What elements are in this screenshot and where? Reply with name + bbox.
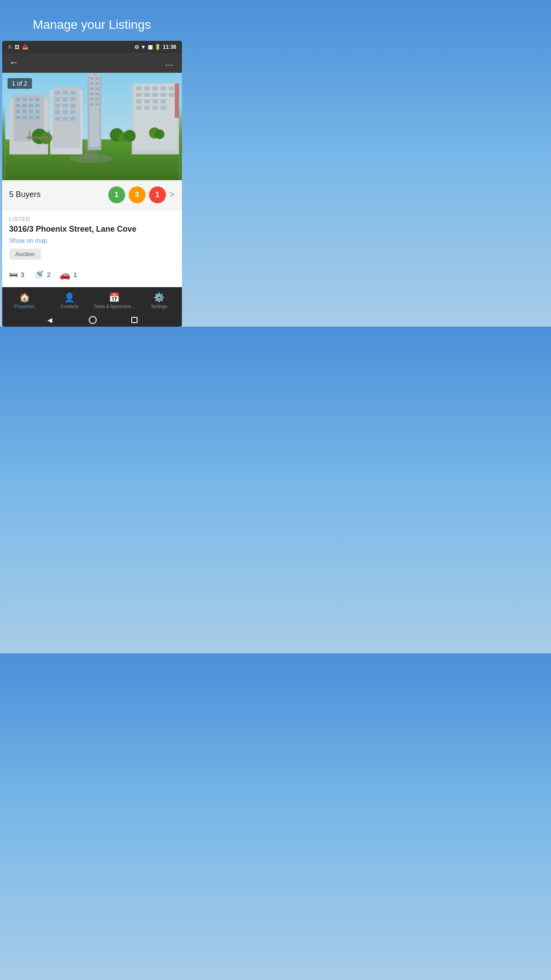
listed-status: LISTED — [9, 216, 175, 222]
parking-count: 1 — [73, 271, 77, 278]
status-left: ⚠ 🖼 📥 — [8, 44, 28, 50]
svg-rect-83 — [28, 130, 30, 139]
svg-rect-51 — [90, 103, 94, 105]
bed-icon: 🛏 — [9, 269, 18, 280]
page-title: Manage your Listings — [33, 18, 151, 32]
nav-item-properties[interactable]: 🏠 Properties — [2, 292, 47, 309]
svg-point-81 — [155, 129, 164, 138]
svg-rect-42 — [95, 77, 98, 79]
svg-rect-64 — [160, 93, 166, 97]
svg-rect-48 — [95, 92, 98, 95]
svg-rect-47 — [90, 92, 94, 95]
svg-rect-50 — [95, 98, 98, 100]
recents-button-android[interactable] — [131, 317, 138, 323]
phone-frame: ⚠ 🖼 📥 ⊝ ▼ ▩ 🔋 11:36 ← … — [2, 41, 182, 327]
svg-rect-18 — [16, 115, 20, 119]
svg-rect-10 — [16, 103, 20, 107]
svg-rect-41 — [90, 77, 94, 79]
nav-label-contacts: Contacts — [61, 304, 78, 309]
nav-item-settings[interactable]: ⚙️ Settings — [137, 292, 181, 309]
bath-icon: 🚿 — [33, 269, 44, 280]
badge-red: 1 — [149, 186, 166, 203]
svg-rect-71 — [144, 106, 150, 110]
svg-rect-63 — [152, 93, 158, 97]
buyers-badges[interactable]: 1 3 1 > — [108, 186, 175, 203]
nav-label-tasks: Tasks & Appointme... — [94, 304, 135, 309]
svg-rect-8 — [28, 98, 33, 101]
back-button-android[interactable]: ◀ — [46, 316, 54, 324]
svg-rect-33 — [55, 110, 60, 114]
svg-rect-25 — [63, 91, 68, 95]
svg-rect-16 — [28, 110, 33, 113]
svg-rect-73 — [160, 106, 166, 110]
svg-rect-7 — [22, 98, 27, 101]
back-button[interactable]: ← — [9, 57, 19, 68]
svg-rect-84 — [48, 130, 50, 139]
bathroom-count: 2 — [47, 271, 51, 278]
svg-rect-61 — [136, 93, 142, 97]
svg-rect-37 — [63, 116, 68, 120]
warning-icon: ⚠ — [8, 44, 12, 50]
svg-point-79 — [123, 130, 135, 142]
svg-rect-35 — [70, 110, 75, 114]
auction-badge: Auction — [9, 249, 41, 260]
svg-rect-74 — [174, 83, 179, 118]
svg-rect-20 — [28, 115, 33, 119]
svg-rect-19 — [22, 115, 27, 119]
svg-rect-12 — [28, 103, 33, 107]
wifi-icon: ▼ — [141, 44, 146, 50]
show-on-map-link[interactable]: Show on map — [9, 237, 175, 244]
svg-rect-43 — [90, 82, 94, 85]
buyers-chevron-icon[interactable]: > — [169, 190, 175, 200]
android-system-bar: ◀ — [2, 314, 182, 327]
home-button-android[interactable] — [89, 316, 97, 324]
svg-rect-15 — [22, 110, 27, 113]
property-image-container[interactable]: 1 of 2 — [2, 73, 182, 180]
nav-item-contacts[interactable]: 👤 Contacts — [47, 292, 92, 309]
svg-rect-69 — [160, 99, 166, 103]
svg-rect-53 — [94, 73, 94, 75]
svg-rect-24 — [55, 91, 60, 95]
settings-icon: ⚙️ — [153, 292, 165, 303]
svg-rect-52 — [95, 103, 98, 105]
svg-rect-38 — [70, 116, 75, 120]
svg-rect-14 — [16, 110, 20, 113]
svg-rect-59 — [160, 87, 166, 91]
bedroom-feature: 🛏 3 — [9, 269, 24, 280]
properties-icon: 🏠 — [19, 292, 30, 303]
signal-icon: ▩ — [148, 44, 153, 50]
svg-rect-60 — [169, 87, 174, 91]
more-menu-button[interactable]: … — [165, 58, 175, 68]
svg-rect-58 — [152, 87, 158, 91]
listing-info: LISTED 3016/3 Phoenix Street, Lane Cove … — [2, 210, 182, 287]
svg-rect-34 — [63, 110, 68, 114]
svg-rect-32 — [70, 103, 75, 107]
svg-rect-11 — [22, 103, 27, 107]
svg-rect-45 — [90, 87, 94, 90]
svg-rect-28 — [63, 97, 68, 101]
svg-rect-30 — [55, 103, 60, 107]
svg-rect-67 — [144, 99, 150, 103]
svg-rect-26 — [70, 91, 75, 95]
status-bar: ⚠ 🖼 📥 ⊝ ▼ ▩ 🔋 11:36 — [2, 41, 182, 53]
bottom-nav: 🏠 Properties 👤 Contacts 📅 Tasks & Appoin… — [2, 287, 182, 314]
bedroom-count: 3 — [21, 271, 24, 278]
buyers-section: 5 Buyers 1 3 1 > — [2, 180, 182, 210]
contacts-icon: 👤 — [64, 292, 75, 303]
svg-rect-70 — [136, 106, 142, 110]
svg-rect-29 — [70, 97, 75, 101]
property-features: 🛏 3 🚿 2 🚗 1 — [9, 269, 175, 280]
car-icon: 🚗 — [59, 269, 71, 280]
nav-item-tasks[interactable]: 📅 Tasks & Appointme... — [92, 292, 137, 309]
svg-rect-66 — [136, 99, 142, 103]
badge-orange: 3 — [129, 186, 146, 203]
svg-rect-49 — [90, 98, 94, 100]
svg-rect-62 — [144, 93, 150, 97]
nav-label-settings: Settings — [151, 304, 167, 309]
svg-rect-13 — [35, 103, 39, 107]
svg-rect-9 — [35, 98, 39, 101]
clock: 11:36 — [163, 44, 177, 50]
image-counter: 1 of 2 — [8, 78, 32, 89]
top-nav-bar: ← … — [2, 53, 182, 73]
svg-rect-44 — [95, 82, 98, 85]
